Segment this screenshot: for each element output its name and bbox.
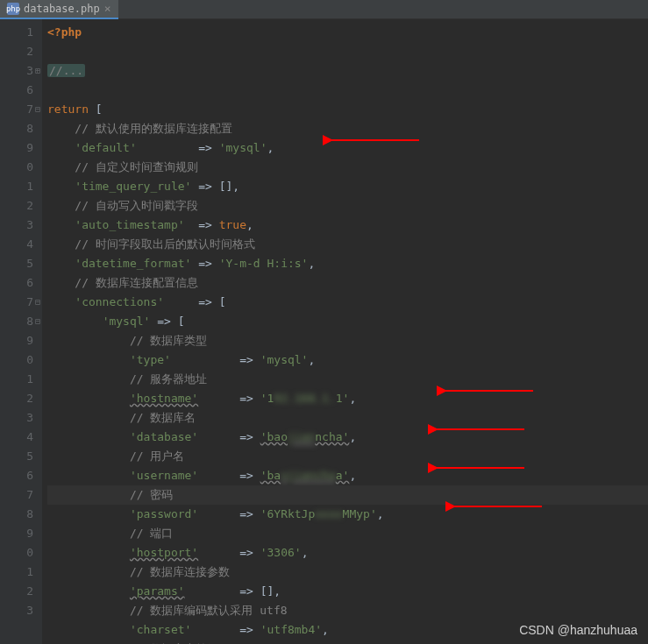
- line-number: 2: [0, 389, 33, 408]
- line-number: 8: [0, 119, 33, 138]
- code-area[interactable]: <?php //... return [ // 默认使用的数据库连接配置 'de…: [42, 19, 648, 644]
- line-number: 3⊞: [0, 61, 33, 81]
- key: 'username': [130, 469, 198, 482]
- value: '192.168.1.1': [260, 392, 350, 405]
- file-tab[interactable]: php database.php ×: [0, 0, 118, 19]
- fold-icon[interactable]: ⊞: [35, 61, 40, 81]
- comment: // 默认使用的数据库连接配置: [75, 122, 231, 135]
- key: 'password': [130, 507, 198, 520]
- line-number: 5: [0, 254, 33, 273]
- key: 'time_query_rule': [75, 180, 191, 193]
- tab-label: database.php: [24, 3, 100, 15]
- comment: // 自动写入时间戳字段: [75, 199, 197, 212]
- line-number: 3: [0, 216, 33, 235]
- key: 'hostport': [130, 546, 198, 559]
- key: 'auto_timestamp': [75, 218, 184, 231]
- editor: 1 2 3⊞ 6 7⊟ 8 9 0 1 2 3 4 5 6 7⊟ 8⊟ 9 0 …: [0, 19, 648, 644]
- line-number: 6: [0, 466, 33, 485]
- line-number: 0: [0, 350, 33, 370]
- key: 'default': [75, 141, 136, 154]
- comment: // 自定义时间查询规则: [75, 160, 197, 173]
- fold-icon[interactable]: ⊟: [35, 312, 40, 331]
- line-number: 2: [0, 42, 33, 61]
- line-number: 1: [0, 177, 33, 196]
- watermark: CSDN @hanzhuhuaa: [519, 623, 637, 637]
- line-number: 1: [0, 563, 33, 582]
- close-icon[interactable]: ×: [104, 2, 111, 15]
- key: 'datetime_format': [75, 257, 191, 270]
- value: 'mysql': [260, 353, 309, 366]
- line-number: 7⊟: [0, 293, 33, 312]
- comment: // 数据库类型: [130, 334, 207, 347]
- line-number: 9: [0, 138, 33, 158]
- key: 'charset': [130, 623, 191, 636]
- value: '3306': [260, 546, 302, 559]
- key: 'database': [130, 430, 198, 443]
- value: []: [219, 180, 233, 193]
- comment: // 服务器地址: [130, 372, 207, 386]
- line-number: 2: [0, 196, 33, 216]
- line-number: 6: [0, 81, 33, 100]
- line-number: 9: [0, 331, 33, 350]
- line-number: 7: [0, 485, 33, 505]
- php-open-tag: <?php: [47, 25, 82, 39]
- fold-icon[interactable]: ⊟: [35, 293, 40, 312]
- line-number: 0: [0, 158, 33, 177]
- value: 'utf8mb4': [260, 623, 322, 636]
- comment: // 数据库编码默认采用 utf8: [130, 604, 288, 617]
- value: 'baojianncha': [260, 430, 350, 443]
- comment: // 用户名: [130, 449, 184, 463]
- key: 'mysql': [103, 315, 151, 328]
- fold-icon[interactable]: ⊟: [35, 100, 40, 119]
- value: true: [219, 218, 246, 231]
- line-number: 1: [0, 23, 33, 42]
- comment: // 数据库连接配置信息: [75, 276, 197, 289]
- comment: // 端口: [130, 527, 173, 540]
- gutter: 1 2 3⊞ 6 7⊟ 8 9 0 1 2 3 4 5 6 7⊟ 8⊟ 9 0 …: [0, 19, 42, 644]
- line-number: 4: [0, 235, 33, 254]
- key: 'type': [130, 353, 171, 366]
- comment: // 密码: [130, 488, 173, 501]
- folded-block[interactable]: //...: [47, 64, 85, 77]
- value: []: [260, 584, 274, 598]
- line-number: 8: [0, 505, 33, 524]
- tab-bar: php database.php ×: [0, 0, 648, 19]
- line-number: 7⊟: [0, 100, 33, 119]
- return-kw: return: [47, 103, 89, 116]
- line-number: 3: [0, 601, 33, 620]
- comment: // 数据库名: [130, 411, 196, 424]
- value: 'Y-m-d H:i:s': [219, 257, 309, 270]
- line-number: 5: [0, 447, 33, 466]
- line-number: 2: [0, 582, 33, 601]
- line-number: 3: [0, 408, 33, 428]
- key: 'hostname': [130, 392, 198, 405]
- key: 'connections': [75, 295, 164, 308]
- value: 'mysql': [219, 141, 267, 154]
- line-number: 8⊟: [0, 312, 33, 331]
- comment: // 数据库连接参数: [130, 565, 230, 578]
- value: 'baojianchaa': [260, 469, 350, 482]
- value: '6YRktJpxxxxMMyp': [260, 507, 377, 520]
- line-number: 1: [0, 370, 33, 389]
- line-number: 6: [0, 273, 33, 293]
- comment: // 时间字段取出后的默认时间格式: [75, 237, 254, 251]
- php-icon: php: [7, 3, 19, 15]
- line-number: 4: [0, 428, 33, 447]
- line-number: 0: [0, 543, 33, 563]
- line-number: 9: [0, 524, 33, 543]
- key: 'params': [130, 584, 185, 598]
